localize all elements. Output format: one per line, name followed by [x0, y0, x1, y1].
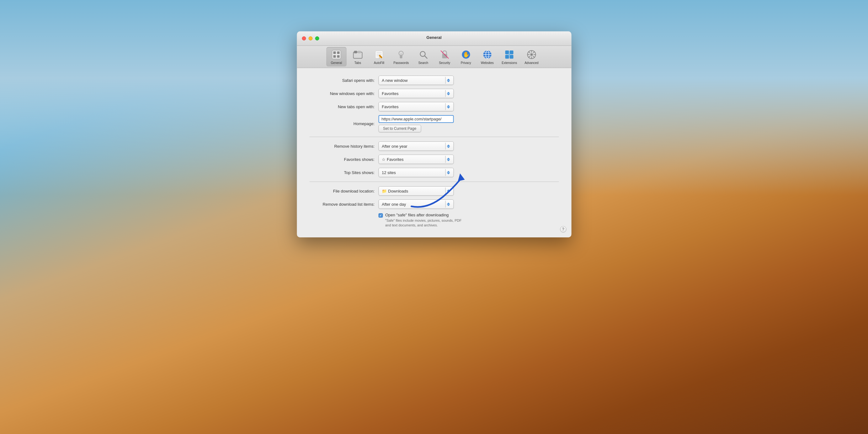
advanced-label: Advanced — [525, 61, 538, 65]
websites-label: Websites — [481, 61, 494, 65]
content-area: Safari opens with: A new window New wind… — [297, 68, 571, 237]
remove-history-stepper — [445, 143, 452, 150]
title-bar: General — [297, 31, 571, 46]
arrow-annotation — [402, 165, 471, 211]
svg-rect-28 — [505, 51, 509, 54]
svg-line-39 — [529, 52, 530, 53]
svg-rect-4 — [337, 55, 339, 58]
stepper-down-icon — [447, 147, 450, 148]
toolbar-item-websites[interactable]: Websites — [477, 47, 497, 66]
safari-opens-stepper — [445, 77, 452, 84]
new-tabs-select[interactable]: Favorites — [378, 102, 454, 111]
safari-opens-label: Safari opens with: — [309, 78, 378, 83]
new-windows-label: New windows open with: — [309, 91, 378, 96]
toolbar: General Tabs — [297, 46, 571, 68]
privacy-label: Privacy — [461, 61, 471, 65]
maximize-button[interactable] — [315, 36, 319, 40]
set-current-page-button[interactable]: Set to Current Page — [378, 125, 421, 132]
toolbar-item-security[interactable]: Security — [434, 47, 455, 66]
preferences-window: General General — [297, 31, 571, 237]
top-sites-label: Top Sites shows: — [309, 170, 378, 175]
stepper-up-icon — [447, 92, 450, 93]
svg-rect-31 — [510, 55, 514, 59]
autofill-icon — [373, 49, 384, 60]
extensions-icon — [504, 49, 515, 60]
svg-line-18 — [425, 56, 427, 58]
favorites-stepper — [445, 156, 452, 163]
folder-icon: 📁 — [382, 189, 387, 193]
remove-history-value: After one year — [382, 144, 443, 149]
extensions-label: Extensions — [502, 61, 517, 65]
search-icon — [417, 49, 429, 60]
websites-icon — [482, 49, 493, 60]
open-safe-label: Open "safe" files after downloading — [385, 213, 559, 217]
svg-rect-32 — [508, 54, 510, 56]
open-safe-checkbox[interactable] — [378, 213, 383, 218]
toolbar-item-passwords[interactable]: Passwords — [390, 47, 412, 66]
toolbar-item-advanced[interactable]: Advanced — [521, 47, 541, 66]
svg-text:✋: ✋ — [462, 51, 470, 58]
remove-history-select[interactable]: After one year — [378, 142, 454, 151]
close-button[interactable] — [302, 36, 306, 40]
new-tabs-label: New tabs open with: — [309, 104, 378, 109]
safari-opens-select[interactable]: A new window — [378, 75, 454, 85]
favorites-shows-row: Favorites shows: ☆ Favorites — [309, 155, 559, 164]
toolbar-item-search[interactable]: Search — [413, 47, 433, 66]
stepper-down-icon — [447, 160, 450, 161]
svg-rect-2 — [337, 52, 339, 54]
stepper-up-icon — [447, 105, 450, 106]
general-icon — [331, 49, 342, 60]
advanced-icon — [526, 49, 537, 60]
remove-history-label: Remove history items: — [309, 144, 378, 149]
privacy-icon: ✋ — [460, 49, 471, 60]
new-windows-row: New windows open with: Favorites — [309, 89, 559, 98]
security-icon — [439, 49, 450, 60]
stepper-down-icon — [447, 94, 450, 95]
svg-rect-3 — [333, 55, 336, 58]
stepper-up-icon — [447, 145, 450, 146]
autofill-label: AutoFill — [374, 61, 384, 65]
minimize-button[interactable] — [308, 36, 312, 40]
security-label: Security — [439, 61, 450, 65]
toolbar-item-tabs[interactable]: Tabs — [348, 47, 368, 66]
search-label: Search — [418, 61, 428, 65]
stepper-up-icon — [447, 158, 450, 159]
toolbar-item-autofill[interactable]: AutoFill — [369, 47, 389, 66]
passwords-icon — [396, 49, 407, 60]
tabs-label: Tabs — [354, 61, 361, 65]
toolbar-item-privacy[interactable]: ✋ Privacy — [456, 47, 476, 66]
homepage-controls: Set to Current Page — [378, 115, 559, 132]
homepage-label: Homepage: — [309, 121, 378, 126]
svg-rect-7 — [358, 51, 361, 53]
favorites-shows-label: Favorites shows: — [309, 157, 378, 162]
svg-line-42 — [529, 56, 530, 57]
window-title: General — [426, 35, 441, 40]
tabs-icon — [352, 49, 363, 60]
general-label: General — [331, 61, 342, 65]
toolbar-item-extensions[interactable]: Extensions — [498, 47, 520, 66]
stepper-down-icon — [447, 107, 450, 108]
new-windows-value: Favorites — [382, 91, 443, 96]
favorites-shows-value: Favorites — [387, 157, 443, 162]
new-windows-stepper — [445, 90, 452, 97]
stepper-down-icon — [447, 81, 450, 82]
svg-rect-30 — [505, 55, 509, 59]
svg-line-41 — [533, 52, 534, 53]
svg-line-40 — [533, 56, 534, 57]
remove-download-label: Remove download list items: — [309, 202, 378, 207]
svg-rect-29 — [510, 51, 514, 54]
passwords-label: Passwords — [393, 61, 409, 65]
toolbar-item-general[interactable]: General — [326, 47, 346, 66]
svg-point-34 — [530, 53, 533, 56]
new-tabs-stepper — [445, 103, 452, 110]
file-download-label: File download location: — [309, 189, 378, 193]
new-windows-select[interactable]: Favorites — [378, 89, 454, 98]
help-button[interactable]: ? — [560, 226, 566, 232]
svg-rect-1 — [333, 52, 336, 54]
new-tabs-value: Favorites — [382, 104, 443, 109]
favorites-shows-select[interactable]: ☆ Favorites — [378, 155, 454, 164]
open-safe-row: Open "safe" files after downloading "Saf… — [309, 213, 559, 228]
remove-history-row: Remove history items: After one year — [309, 142, 559, 151]
svg-marker-43 — [458, 174, 465, 181]
homepage-input[interactable] — [378, 115, 454, 123]
